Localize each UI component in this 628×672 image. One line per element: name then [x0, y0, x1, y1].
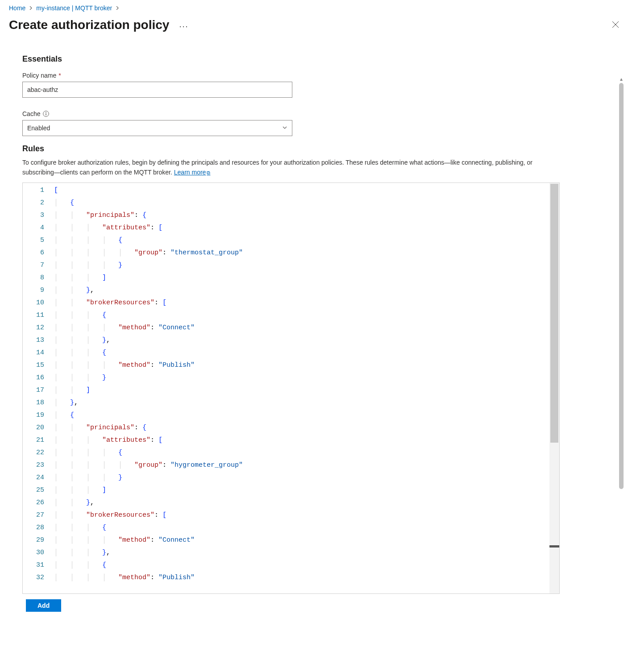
code-line[interactable]: │ │ │ │ │ "group": "thermostat_group" [54, 247, 549, 259]
svg-rect-2 [46, 113, 46, 116]
editor-scrollbar-thumb[interactable] [550, 184, 558, 443]
code-line[interactable]: │ │ │ }, [54, 547, 549, 559]
code-line[interactable]: │ │ }, [54, 497, 549, 509]
cache-value: Enabled [27, 124, 50, 132]
code-line[interactable]: │ │ │ │ } [54, 259, 549, 272]
info-icon[interactable] [42, 110, 50, 117]
code-line[interactable]: │ }, [54, 397, 549, 409]
line-number: 27 [23, 509, 54, 522]
line-number: 5 [23, 234, 54, 247]
code-content[interactable]: [│ {│ │ "principals": {│ │ │ "attributes… [54, 184, 549, 584]
line-number: 13 [23, 334, 54, 347]
line-number: 21 [23, 434, 54, 447]
code-line[interactable]: │ │ │ │ { [54, 234, 549, 247]
line-number: 31 [23, 559, 54, 572]
page-scrollbar[interactable]: ▴ ▾ [617, 76, 625, 621]
line-number: 19 [23, 409, 54, 422]
line-number: 1 [23, 184, 54, 197]
line-number: 25 [23, 484, 54, 497]
scroll-up-arrow-icon[interactable]: ▴ [617, 76, 625, 82]
line-number: 9 [23, 284, 54, 297]
line-number: 24 [23, 472, 54, 484]
line-number: 26 [23, 497, 54, 509]
code-line[interactable]: │ │ │ │ "method": "Connect" [54, 322, 549, 334]
code-line[interactable]: │ │ "brokerResources": [ [54, 509, 549, 522]
chevron-right-icon [116, 5, 119, 11]
policy-name-input[interactable] [22, 82, 292, 98]
external-link-icon: ⧉ [207, 170, 210, 175]
policy-name-field: Policy name * [22, 72, 606, 98]
chevron-down-icon [282, 124, 287, 132]
line-number: 2 [23, 197, 54, 209]
line-number: 20 [23, 422, 54, 434]
cache-label: Cache [22, 110, 40, 117]
code-line[interactable]: │ │ "principals": { [54, 209, 549, 222]
breadcrumb-home[interactable]: Home [9, 4, 25, 12]
close-button[interactable] [603, 18, 619, 32]
line-number: 4 [23, 222, 54, 234]
code-line[interactable]: │ │ │ { [54, 522, 549, 534]
code-line[interactable]: │ │ │ }, [54, 334, 549, 347]
line-number: 18 [23, 397, 54, 409]
line-number: 30 [23, 547, 54, 559]
line-number: 23 [23, 459, 54, 472]
code-line[interactable]: │ │ │ { [54, 309, 549, 322]
rules-heading: Rules [22, 144, 606, 153]
code-gutter: 1234567891011121314151617181920212223242… [23, 183, 54, 593]
line-number: 3 [23, 209, 54, 222]
page-scrollbar-thumb[interactable] [619, 83, 624, 489]
required-icon: * [58, 72, 61, 79]
line-number: 15 [23, 359, 54, 372]
cache-select[interactable]: Enabled [22, 120, 292, 136]
svg-point-1 [46, 112, 47, 113]
code-line[interactable]: │ │ │ { [54, 347, 549, 359]
chevron-right-icon [29, 5, 33, 11]
line-number: 6 [23, 247, 54, 259]
cache-field: Cache Enabled [22, 110, 606, 136]
rules-description: To configure broker authorization rules,… [22, 158, 558, 177]
code-line[interactable]: │ │ │ ] [54, 272, 549, 284]
line-number: 12 [23, 322, 54, 334]
line-number: 28 [23, 522, 54, 534]
code-line[interactable]: │ │ │ │ "method": "Publish" [54, 359, 549, 372]
line-number: 32 [23, 572, 54, 584]
code-line[interactable]: │ { [54, 409, 549, 422]
code-line[interactable]: [ [54, 184, 549, 197]
code-line[interactable]: │ │ │ ] [54, 484, 549, 497]
more-actions-button[interactable]: ··· [176, 22, 191, 31]
line-number: 17 [23, 384, 54, 397]
code-line[interactable]: │ │ │ │ "method": "Connect" [54, 534, 549, 547]
page-title: Create authorization policy [9, 18, 169, 32]
code-line[interactable]: │ │ │ │ "method": "Publish" [54, 572, 549, 584]
policy-name-label: Policy name [22, 72, 56, 79]
code-line[interactable]: │ │ │ "attributes": [ [54, 434, 549, 447]
line-number: 16 [23, 372, 54, 384]
code-line[interactable]: │ │ "brokerResources": [ [54, 297, 549, 309]
code-line[interactable]: │ │ │ │ } [54, 472, 549, 484]
line-number: 8 [23, 272, 54, 284]
breadcrumb-instance[interactable]: my-instance | MQTT broker [36, 4, 112, 12]
editor-overview-marker [549, 545, 559, 548]
code-line[interactable]: │ │ │ { [54, 559, 549, 572]
breadcrumb: Home my-instance | MQTT broker [9, 4, 619, 12]
page-scrollbar-track[interactable] [619, 83, 624, 621]
line-number: 14 [23, 347, 54, 359]
line-number: 7 [23, 259, 54, 272]
code-line[interactable]: │ │ │ } [54, 372, 549, 384]
code-line[interactable]: │ │ ] [54, 384, 549, 397]
code-editor[interactable]: 1234567891011121314151617181920212223242… [22, 183, 560, 594]
line-number: 11 [23, 309, 54, 322]
code-line[interactable]: │ │ "principals": { [54, 422, 549, 434]
code-line[interactable]: │ │ │ "attributes": [ [54, 222, 549, 234]
code-line[interactable]: │ │ }, [54, 284, 549, 297]
code-line[interactable]: │ │ │ │ │ "group": "hygrometer_group" [54, 459, 549, 472]
editor-scrollbar[interactable] [549, 183, 559, 593]
code-line[interactable]: │ │ │ │ { [54, 447, 549, 459]
line-number: 29 [23, 534, 54, 547]
code-line[interactable]: │ { [54, 197, 549, 209]
learn-more-link[interactable]: Learn more⧉ [174, 169, 211, 176]
line-number: 22 [23, 447, 54, 459]
add-button[interactable]: Add [26, 599, 61, 612]
essentials-heading: Essentials [22, 54, 606, 64]
line-number: 10 [23, 297, 54, 309]
